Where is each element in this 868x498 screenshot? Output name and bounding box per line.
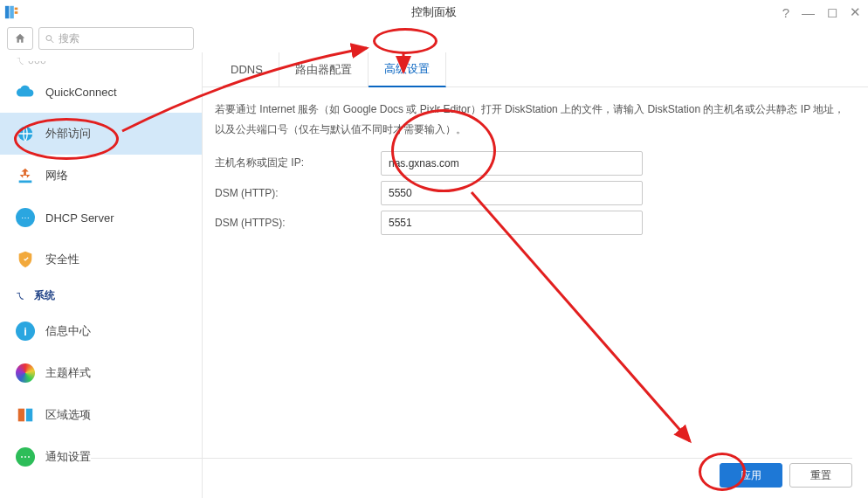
svg-rect-1 — [10, 6, 14, 18]
dhcp-icon: ⋯ — [16, 208, 35, 227]
http-input[interactable] — [381, 181, 643, 205]
row-hostname: 主机名称或固定 IP: — [215, 149, 852, 178]
sidebar-item-network[interactable]: 网络 — [0, 155, 202, 197]
sidebar-item-theme[interactable]: 主题样式 — [0, 352, 202, 394]
sidebar-group-label: 系统 — [34, 288, 55, 303]
sidebar-item-label: 区域选项 — [45, 407, 91, 423]
description-text: 若要通过 Internet 服务（如 Google Docs 或 Pixlr E… — [215, 100, 852, 140]
chat-icon: ⋯ — [16, 447, 35, 467]
sidebar-item-notification[interactable]: ⋯ 通知设置 — [0, 436, 202, 478]
home-button[interactable] — [7, 27, 33, 50]
sidebar-item-security[interactable]: 安全性 — [0, 239, 202, 280]
titlebar: 控制面板 ? — ◻ ✕ — [0, 0, 868, 24]
sidebar-item-quickconnect[interactable]: QuickConnect — [0, 71, 202, 113]
row-http: DSM (HTTP): — [215, 178, 852, 208]
content: DDNS 路由器配置 高级设置 若要通过 Internet 服务（如 Googl… — [203, 52, 868, 498]
tab-ddns[interactable]: DDNS — [215, 52, 279, 87]
sidebar-item-label: DHCP Server — [45, 211, 114, 225]
svg-rect-0 — [5, 6, 9, 18]
info-icon: i — [16, 322, 35, 341]
hostname-input[interactable] — [381, 151, 643, 176]
sidebar-item-label: 安全性 — [45, 252, 79, 267]
apply-button[interactable]: 应用 — [720, 463, 782, 488]
svg-rect-3 — [15, 11, 18, 14]
search-icon — [45, 33, 55, 45]
sidebar-item-label: 外部访问 — [45, 126, 91, 142]
sidebar-item-label: 信息中心 — [45, 323, 91, 339]
theme-icon — [16, 363, 35, 383]
sidebar-item-region[interactable]: 区域选项 — [0, 394, 202, 436]
svg-rect-8 — [26, 409, 32, 422]
toolbar — [0, 24, 868, 52]
sidebar: ㄟ ᴗᴗᴗ QuickConnect 外部访问 网络 ⋯ DHCP Server… — [0, 52, 203, 498]
reset-button[interactable]: 重置 — [789, 463, 852, 488]
search-input-wrap[interactable] — [38, 27, 194, 50]
app-icon — [0, 0, 24, 24]
globe-icon — [16, 124, 35, 143]
tabs: DDNS 路由器配置 高级设置 — [203, 52, 868, 87]
maximize-icon[interactable]: ◻ — [827, 4, 837, 20]
svg-point-4 — [46, 35, 52, 40]
region-icon — [16, 405, 35, 425]
minimize-icon[interactable]: — — [802, 5, 815, 20]
tab-router[interactable]: 路由器配置 — [279, 52, 369, 87]
sidebar-crumb: ㄟ ᴗᴗᴗ — [0, 54, 202, 71]
chevron-up-icon: ㄟ — [16, 289, 25, 302]
sidebar-item-label: 主题样式 — [45, 365, 91, 381]
footer: 应用 重置 — [720, 463, 852, 488]
shield-icon — [16, 250, 35, 269]
network-icon — [16, 166, 35, 185]
http-label: DSM (HTTP): — [215, 187, 381, 199]
https-label: DSM (HTTPS): — [215, 217, 381, 229]
svg-rect-7 — [18, 409, 24, 422]
sidebar-item-label: 通知设置 — [45, 449, 91, 465]
svg-line-5 — [51, 39, 53, 42]
close-icon[interactable]: ✕ — [850, 4, 861, 20]
cloud-icon — [16, 82, 35, 101]
https-input[interactable] — [381, 211, 643, 235]
sidebar-item-label: 网络 — [45, 168, 68, 183]
sidebar-group-system[interactable]: ㄟ 系统 — [0, 280, 202, 310]
sidebar-item-external-access[interactable]: 外部访问 — [0, 113, 202, 155]
sidebar-item-dhcp[interactable]: ⋯ DHCP Server — [0, 197, 202, 239]
help-icon[interactable]: ? — [782, 5, 789, 20]
sidebar-item-infocenter[interactable]: i 信息中心 — [0, 310, 202, 352]
search-input[interactable] — [59, 32, 188, 45]
window-title: 控制面板 — [0, 4, 868, 20]
sidebar-item-label: QuickConnect — [45, 86, 117, 99]
hostname-label: 主机名称或固定 IP: — [215, 156, 381, 170]
tab-advanced[interactable]: 高级设置 — [369, 52, 446, 87]
svg-rect-2 — [15, 8, 18, 10]
row-https: DSM (HTTPS): — [215, 208, 852, 238]
